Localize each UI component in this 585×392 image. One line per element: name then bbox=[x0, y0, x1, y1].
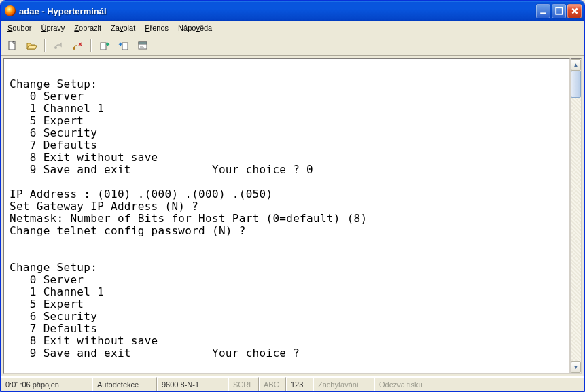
status-scrl: SCRL bbox=[228, 377, 259, 391]
status-capture: Zachytávání bbox=[313, 377, 374, 391]
status-abc: ABC bbox=[259, 377, 286, 391]
new-button[interactable] bbox=[5, 38, 20, 53]
toolbar-separator bbox=[90, 39, 92, 52]
scroll-up-button[interactable]: ▲ bbox=[571, 59, 581, 71]
receive-button[interactable] bbox=[116, 38, 131, 53]
scroll-down-button[interactable]: ▼ bbox=[571, 361, 581, 373]
menu-zavolat[interactable]: Zavolat bbox=[107, 22, 139, 33]
svg-rect-5 bbox=[101, 43, 106, 50]
titlebar[interactable]: adae - Hyperterminál bbox=[1, 1, 584, 21]
send-button[interactable] bbox=[97, 38, 112, 53]
statusbar: 0:01:06 připojen Autodetekce 9600 8-N-1 … bbox=[1, 376, 584, 391]
properties-button[interactable] bbox=[135, 38, 150, 53]
status-connection: 9600 8-N-1 bbox=[157, 377, 228, 391]
maximize-button[interactable] bbox=[552, 4, 566, 18]
menu-zobrazit[interactable]: Zobrazit bbox=[70, 22, 105, 33]
menu-napoveda[interactable]: Nápověda bbox=[174, 22, 216, 33]
status-detect: Autodetekce bbox=[92, 377, 157, 391]
menu-upravy[interactable]: Úpravy bbox=[37, 22, 69, 33]
window-title: adae - Hyperterminál bbox=[19, 6, 535, 16]
status-num: 123 bbox=[286, 377, 313, 391]
svg-point-3 bbox=[54, 46, 57, 49]
app-icon bbox=[5, 5, 16, 16]
menubar: Soubor Úpravy Zobrazit Zavolat Přenos Ná… bbox=[1, 21, 584, 35]
svg-point-4 bbox=[73, 47, 75, 50]
app-window: adae - Hyperterminál Soubor Úpravy Zobra… bbox=[0, 0, 585, 392]
svg-rect-1 bbox=[556, 7, 563, 14]
svg-rect-0 bbox=[540, 12, 546, 14]
connect-button[interactable] bbox=[51, 38, 66, 53]
minimize-button[interactable] bbox=[536, 4, 550, 18]
svg-rect-8 bbox=[139, 42, 147, 44]
svg-rect-6 bbox=[122, 43, 128, 50]
disconnect-button[interactable] bbox=[70, 38, 85, 53]
menu-prenos[interactable]: Přenos bbox=[141, 22, 173, 33]
scroll-thumb[interactable] bbox=[571, 71, 581, 98]
open-button[interactable] bbox=[24, 38, 39, 53]
content-area: Change Setup: 0 Server 1 Channel 1 5 Exp… bbox=[1, 56, 584, 376]
status-echo: Odezva tisku bbox=[374, 377, 584, 391]
terminal-output[interactable]: Change Setup: 0 Server 1 Channel 1 5 Exp… bbox=[3, 58, 571, 374]
scroll-track[interactable] bbox=[571, 98, 581, 361]
toolbar-separator bbox=[44, 39, 46, 52]
menu-soubor[interactable]: Soubor bbox=[3, 22, 35, 33]
toolbar bbox=[1, 35, 584, 56]
scrollbar[interactable]: ▲ ▼ bbox=[571, 58, 582, 374]
close-button[interactable] bbox=[567, 4, 582, 18]
status-time: 0:01:06 připojen bbox=[1, 377, 92, 391]
